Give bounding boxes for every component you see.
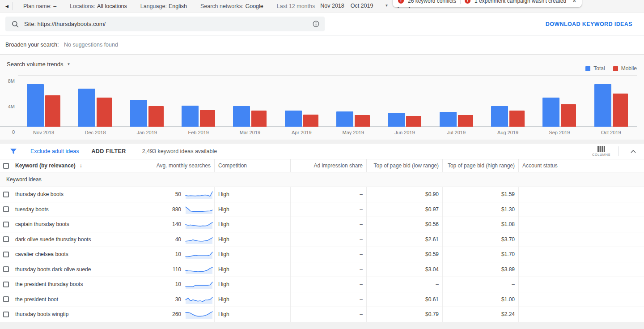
info-icon[interactable]: [313, 21, 319, 27]
add-filter-button[interactable]: ADD FILTER: [91, 148, 126, 154]
error-icon: !: [398, 0, 404, 4]
bar-group-aug-2019[interactable]: [482, 73, 534, 127]
header-keyword[interactable]: Keyword (by relevance) ↓: [0, 159, 117, 172]
exclude-adult-ideas-filter[interactable]: Exclude adult ideas: [30, 148, 79, 154]
bar-group-nov-2018[interactable]: [18, 73, 69, 127]
row-checkbox[interactable]: [3, 236, 9, 242]
total-bar[interactable]: [440, 112, 457, 127]
mobile-bar[interactable]: [355, 115, 370, 127]
bar-group-apr-2019[interactable]: [276, 73, 327, 127]
section-gap: [0, 140, 644, 144]
x-axis-tick-label: Jul 2019: [431, 130, 482, 135]
total-bar[interactable]: [491, 106, 508, 127]
keyword-text: the president thursday boots: [15, 281, 83, 287]
avg-monthly-searches-cell: 50: [117, 187, 215, 202]
bar-group-may-2019[interactable]: [327, 73, 379, 127]
bar-group-jun-2019[interactable]: [379, 73, 430, 127]
row-checkbox[interactable]: [3, 282, 9, 287]
total-bar[interactable]: [78, 89, 95, 127]
bar-group-jul-2019[interactable]: [431, 73, 482, 127]
top-of-page-bid-low-cell-value: –: [436, 281, 439, 287]
bar-group-sep-2019[interactable]: [534, 73, 585, 127]
row-checkbox[interactable]: [3, 252, 9, 257]
table-header-row: Keyword (by relevance) ↓ Avg. monthly se…: [0, 159, 644, 172]
bar-group-dec-2018[interactable]: [69, 73, 121, 127]
row-checkbox[interactable]: [3, 266, 9, 272]
x-axis-tick-label: Apr 2019: [276, 130, 327, 135]
filter-bar-divider: [619, 146, 619, 156]
mobile-bar[interactable]: [613, 94, 628, 127]
total-bar[interactable]: [233, 106, 250, 127]
bar-group-oct-2019[interactable]: [585, 73, 637, 127]
ad-impression-share-cell-value: –: [360, 296, 363, 303]
account-status-cell: [519, 277, 644, 292]
total-bar[interactable]: [542, 98, 559, 127]
chevron-down-icon: ▼: [385, 4, 388, 8]
plan-name-setting[interactable]: Plan name:–: [23, 3, 56, 9]
search-input[interactable]: Site: https://thursdayboots.com/: [5, 17, 325, 31]
total-bar[interactable]: [27, 84, 44, 127]
row-checkbox[interactable]: [3, 206, 9, 212]
chevron-down-icon: ▼: [67, 62, 70, 66]
bar-group-jan-2019[interactable]: [121, 73, 173, 127]
header-top-of-page-bid-low[interactable]: Top of page bid (low range): [367, 159, 443, 172]
mobile-bar[interactable]: [200, 110, 215, 127]
select-all-checkbox[interactable]: [3, 163, 9, 169]
notification-experiment-campaign[interactable]: 1 experiment campaign wasn't created: [475, 0, 566, 4]
mobile-bar[interactable]: [406, 116, 421, 127]
header-top-of-page-bid-high[interactable]: Top of page bid (high range): [443, 159, 519, 172]
competition-cell: High: [215, 232, 291, 247]
mobile-bar[interactable]: [303, 115, 318, 127]
total-bar[interactable]: [182, 106, 199, 127]
mobile-bar[interactable]: [561, 104, 576, 127]
locations-setting[interactable]: Locations:All locations: [70, 3, 127, 9]
date-range-selector[interactable]: Nov 2018 – Oct 2019 ▼: [319, 1, 389, 11]
competition-cell-value: High: [218, 311, 229, 317]
download-keyword-ideas-button[interactable]: DOWNLOAD KEYWORD IDEAS: [546, 21, 632, 27]
trend-sparkline: [185, 190, 213, 199]
mobile-bar[interactable]: [251, 111, 267, 127]
language-setting[interactable]: Language:English: [140, 3, 187, 9]
bar-group-feb-2019[interactable]: [173, 73, 224, 127]
ad-impression-share-cell-value: –: [360, 221, 363, 227]
ad-impression-share-cell-value: –: [360, 251, 363, 257]
header-account-status[interactable]: Account status: [519, 159, 644, 172]
total-swatch: [585, 66, 590, 71]
header-ad-impression-share[interactable]: Ad impression share: [291, 159, 367, 172]
mobile-bar[interactable]: [97, 98, 112, 127]
mobile-bar[interactable]: [148, 106, 164, 127]
networks-setting[interactable]: Search networks:Google: [200, 3, 263, 9]
ad-impression-share-cell-value: –: [360, 191, 363, 197]
total-bar[interactable]: [130, 100, 147, 127]
row-checkbox[interactable]: [3, 192, 9, 197]
total-bar[interactable]: [388, 113, 405, 127]
header-competition[interactable]: Competition: [215, 159, 291, 172]
networks-value: Google: [245, 3, 263, 9]
total-bar[interactable]: [336, 111, 353, 127]
total-bar[interactable]: [285, 111, 302, 127]
collapse-chevron-up-icon[interactable]: [629, 148, 638, 155]
mobile-bar[interactable]: [45, 95, 60, 127]
row-checkbox[interactable]: [3, 312, 9, 317]
close-icon[interactable]: ✕: [572, 0, 576, 4]
keyword-planner-app: ◀ Plan name:– Locations:All locations La…: [0, 0, 644, 329]
keyword-ideas-count: 2,493 keyword ideas available: [142, 148, 217, 154]
x-axis-tick-label: Aug 2019: [482, 130, 534, 135]
account-status-cell: [519, 292, 644, 307]
row-checkbox[interactable]: [3, 222, 9, 227]
notification-keyword-conflicts[interactable]: 26 keyword conflicts: [408, 0, 456, 4]
trends-metric-dropdown[interactable]: Search volume trends ▼: [6, 60, 71, 71]
columns-button[interactable]: COLUMNS: [592, 146, 610, 157]
total-bar[interactable]: [594, 84, 611, 127]
mobile-bar[interactable]: [458, 115, 473, 127]
keyword-cell: tuesday boots: [0, 202, 117, 217]
top-of-page-bid-high-cell: $1.00: [443, 292, 519, 307]
header-avg-monthly-searches[interactable]: Avg. monthly searches: [117, 159, 215, 172]
back-arrow-icon[interactable]: ◀: [4, 4, 12, 9]
y-axis-tick-label: 8M: [8, 78, 15, 84]
keyword-text: the president boot: [15, 296, 58, 303]
row-checkbox[interactable]: [3, 296, 9, 302]
mobile-bar[interactable]: [509, 111, 525, 127]
filter-funnel-icon[interactable]: [10, 148, 17, 154]
bar-group-mar-2019[interactable]: [224, 73, 275, 127]
